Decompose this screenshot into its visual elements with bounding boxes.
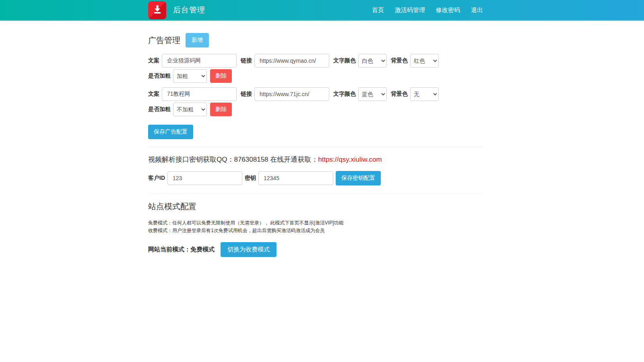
delete-ad-button[interactable]: 删除 <box>210 69 232 83</box>
key-config-row: 客户ID 密钥 保存密钥配置 <box>148 171 483 185</box>
ad-link-group: 链接 <box>241 54 329 68</box>
ad-text-color-select[interactable]: 蓝色 <box>358 87 387 101</box>
ad-row-line2: 是否加粗 加粗 删除 <box>148 69 483 83</box>
ad-row: 文案 链接 文字颜色 蓝色 背景色 无 是否加粗 <box>148 87 483 116</box>
ad-text-color-label: 文字颜色 <box>333 57 356 64</box>
ad-bg-color-group: 背景色 无 <box>391 87 439 101</box>
ad-link-label: 链接 <box>241 90 252 98</box>
save-key-button[interactable]: 保存密钥配置 <box>336 171 381 185</box>
ads-section-title: 广告管理 <box>148 35 180 46</box>
ad-text-color-group: 文字颜色 白色 <box>333 54 387 68</box>
nav-item-activation-codes[interactable]: 激活码管理 <box>395 6 425 14</box>
ad-text-label: 文案 <box>148 57 159 64</box>
site-mode-title: 站点模式配置 <box>148 201 483 212</box>
download-icon <box>152 4 163 16</box>
ad-text-color-group: 文字颜色 蓝色 <box>333 87 387 101</box>
free-mode-description: 免费模式：任何人都可以免费无限制使用（无需登录）， 此模式下首页不显示[激活VI… <box>148 219 483 227</box>
nav-item-home[interactable]: 首页 <box>372 6 384 14</box>
client-id-input[interactable] <box>167 171 242 185</box>
switch-mode-button[interactable]: 切换为收费模式 <box>221 242 277 257</box>
nav-links: 首页 激活码管理 修改密码 退出 <box>372 6 483 14</box>
top-navbar: 后台管理 首页 激活码管理 修改密码 退出 <box>0 0 644 21</box>
ad-bg-color-label: 背景色 <box>391 57 408 64</box>
ad-row: 文案 链接 文字颜色 白色 背景色 红色 是否加粗 <box>148 54 483 83</box>
ad-bold-select[interactable]: 不加粗 <box>173 103 207 116</box>
ad-row-line1: 文案 链接 文字颜色 蓝色 背景色 无 <box>148 87 483 101</box>
ad-text-input[interactable] <box>162 54 237 68</box>
key-info-text: 视频解析接口密钥获取QQ：876308158 在线开通获取： <box>148 156 318 163</box>
ad-link-group: 链接 <box>241 87 329 101</box>
ad-bold-label: 是否加粗 <box>148 106 171 113</box>
nav-item-logout[interactable]: 退出 <box>471 6 483 14</box>
key-info-line: 视频解析接口密钥获取QQ：876308158 在线开通获取：https://qs… <box>148 155 483 164</box>
secret-key-input[interactable] <box>258 171 333 185</box>
nav-item-change-password[interactable]: 修改密码 <box>436 6 460 14</box>
current-mode-row: 网站当前模式：免费模式 切换为收费模式 <box>148 242 483 257</box>
ad-bg-color-label: 背景色 <box>391 90 408 98</box>
ad-text-color-label: 文字颜色 <box>333 90 356 98</box>
current-mode-label: 网站当前模式：免费模式 <box>148 246 215 253</box>
key-info-link[interactable]: https://qsy.xiuliw.com <box>318 156 382 163</box>
ad-bold-select[interactable]: 加粗 <box>173 69 207 83</box>
ad-bg-color-group: 背景色 红色 <box>391 54 439 68</box>
app-logo[interactable] <box>148 1 166 19</box>
ad-bg-color-select[interactable]: 无 <box>410 87 439 101</box>
ad-text-input[interactable] <box>162 87 237 101</box>
ad-text-label: 文案 <box>148 90 159 98</box>
ad-row-line1: 文案 链接 文字颜色 白色 背景色 红色 <box>148 54 483 68</box>
paid-mode-description: 收费模式：用户注册登录后有1次免费试用机会，超出后需购买激活码激活成为会员 <box>148 227 483 234</box>
app-title: 后台管理 <box>173 5 205 15</box>
navbar-inner: 后台管理 首页 激活码管理 修改密码 退出 <box>148 1 483 19</box>
ad-bg-color-select[interactable]: 红色 <box>410 54 439 68</box>
ad-link-input[interactable] <box>254 87 329 101</box>
ad-text-color-select[interactable]: 白色 <box>358 54 387 68</box>
client-id-label: 客户ID <box>148 175 165 182</box>
ad-text-group: 文案 <box>148 54 237 68</box>
ad-link-label: 链接 <box>241 57 252 64</box>
ad-row-line2: 是否加粗 不加粗 删除 <box>148 103 483 116</box>
section-divider <box>148 193 483 193</box>
add-ad-button[interactable]: 新增 <box>186 33 209 47</box>
ads-section-header: 广告管理 新增 <box>148 33 483 47</box>
ad-bold-label: 是否加粗 <box>148 72 171 80</box>
secret-key-label: 密钥 <box>245 175 256 182</box>
ad-text-group: 文案 <box>148 87 237 101</box>
delete-ad-button[interactable]: 删除 <box>210 103 232 116</box>
section-divider <box>148 147 483 147</box>
ad-link-input[interactable] <box>254 54 329 68</box>
main-content: 广告管理 新增 文案 链接 文字颜色 白色 背景色 红色 <box>148 21 483 257</box>
save-ads-button[interactable]: 保存广告配置 <box>148 125 193 139</box>
